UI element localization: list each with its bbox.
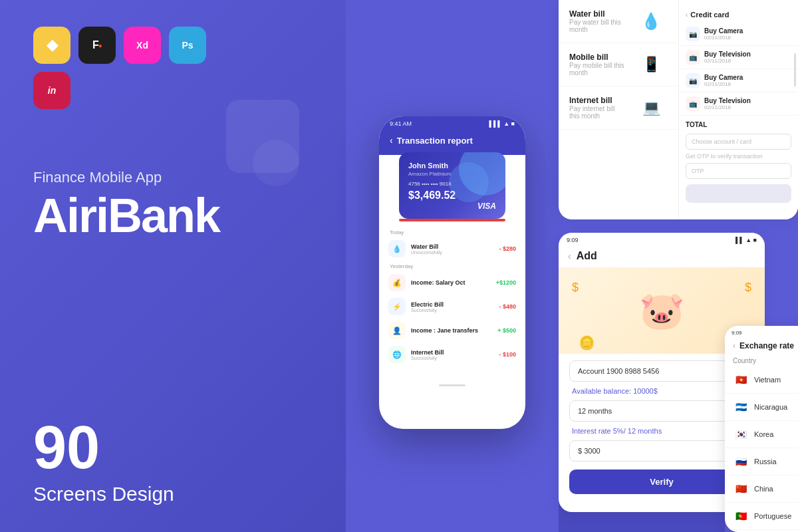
amount-value: $ 3000 <box>578 447 600 455</box>
water-bill-text: Water bill Pay water bill this month <box>569 9 626 33</box>
otp-note: Get OTP to verify transaction <box>679 150 798 163</box>
internet-bill-text: Internet bill Pay internet bill this mon… <box>569 96 626 120</box>
water-bill-info: Water Bill Unsuccessfully <box>411 243 493 255</box>
credit-item-2-info: Buy Television 02/11/2018 <box>704 51 751 64</box>
credit-items-panel: ‹ Credit card 📷 Buy Camera 02/11/2018 📺 … <box>678 0 798 219</box>
country-china[interactable]: 🇨🇳 China <box>725 475 798 503</box>
ps-icon[interactable]: Ps <box>169 27 206 64</box>
nicaragua-flag: 🇳🇮 <box>733 399 749 415</box>
credit-item-4: 📺 Buy Television 02/11/2018 <box>679 92 798 116</box>
total-label: TOTAL <box>679 116 798 134</box>
china-flag: 🇨🇳 <box>733 481 749 497</box>
piggy-bank-icon: 🐷 <box>639 289 685 332</box>
account-number: Account 1900 8988 5456 <box>578 367 659 375</box>
water-bill-item: Water bill Pay water bill this month 💧 <box>559 0 678 43</box>
exchange-back-arrow[interactable]: ‹ <box>733 341 735 350</box>
add-back-arrow[interactable]: ‹ <box>568 251 571 261</box>
mobile-bill-text: Mobile bill Pay mobile bill this month <box>569 53 626 76</box>
camera-icon-2: 📷 <box>686 73 700 88</box>
internet-info: Internet Bill Successfully <box>411 349 493 360</box>
country-russia[interactable]: 🇷🇺 Russia <box>725 448 798 475</box>
months-value: 12 months <box>578 407 612 415</box>
mobile-icon: 📱 <box>642 56 660 73</box>
invision-icon[interactable]: in <box>33 72 70 109</box>
visa-brand: VISA <box>477 201 496 211</box>
exchange-status-bar: 9:09 ▌▌ ▲ ■ <box>725 326 798 338</box>
brand-title: AiriBank <box>33 192 313 239</box>
credit-item-2: 📺 Buy Television 02/11/2018 <box>679 46 798 69</box>
add-panel-time: 9:09 <box>567 237 579 243</box>
tv-icon-2: 📺 <box>686 96 700 111</box>
back-arrow-icon[interactable]: ‹ <box>390 135 393 146</box>
country-vietnam[interactable]: 🇻🇳 Vietnam <box>725 366 798 394</box>
sketch-icon[interactable]: ◆ <box>33 27 70 64</box>
screens-count: 90 <box>33 418 313 477</box>
yesterday-label: Yesterday <box>379 261 525 271</box>
figma-icon[interactable]: F● <box>78 27 116 64</box>
coins-icon: 🪙 <box>579 334 595 350</box>
phone-mockup: 9:41 AM ▌▌▌ ▲ ■ ‹ Transaction report Joh… <box>379 116 525 429</box>
otp-input[interactable]: OTP <box>686 163 791 179</box>
water-icon: 💧 <box>641 12 661 31</box>
camera-icon-1: 📷 <box>686 27 700 41</box>
card-circle2-deco <box>449 162 489 202</box>
phone-time: 9:41 AM <box>390 120 412 127</box>
credit-card-panel: ‹ Credit card 📷 Buy Camera 02/11/2018 📺 … <box>559 0 798 219</box>
tv-icon-1: 📺 <box>686 50 700 65</box>
exchange-title: Exchange rate <box>739 341 794 350</box>
transaction-report-title: Transaction report <box>397 136 473 146</box>
jane-icon: 👤 <box>388 322 406 339</box>
internet-bill-icon: 💻 <box>642 99 660 116</box>
today-label: Today <box>379 227 525 237</box>
mobile-bill-icon-wrap: 📱 <box>634 51 668 78</box>
vietnam-flag: 🇻🇳 <box>733 372 749 388</box>
add-panel-title: Add <box>577 250 597 262</box>
credit-panel-title: Credit card <box>690 11 729 19</box>
credit-item-3: 📷 Buy Camera 02/11/2018 <box>679 69 798 92</box>
exchange-rate-panel: 9:09 ▌▌ ▲ ■ ‹ Exchange rate Country 🇻🇳 V… <box>725 326 798 532</box>
left-panel: ◆ F● Xd Ps in Finance Mobile App AiriBan… <box>0 0 346 532</box>
credit-item-3-info: Buy Camera 02/11/2018 <box>704 74 743 87</box>
center-panel: 9:41 AM ▌▌▌ ▲ ■ ‹ Transaction report Joh… <box>346 0 559 532</box>
money-sign-right: $ <box>745 281 751 295</box>
korea-flag: 🇰🇷 <box>733 426 749 442</box>
add-panel-header: ‹ Add <box>559 246 765 267</box>
credit-card: John Smith Amazon Platinium 4756 •••• ••… <box>399 152 505 219</box>
mobile-bill-item: Mobile bill Pay mobile bill this month 📱 <box>559 43 678 86</box>
electric-icon: ⚡ <box>388 298 406 315</box>
tx-internet: 🌐 Internet Bill Successfully - $100 <box>379 342 525 366</box>
bills-list: Water bill Pay water bill this month 💧 M… <box>559 0 678 130</box>
account-select[interactable]: Choose account / card <box>686 134 791 150</box>
submit-btn-placeholder[interactable] <box>686 184 791 203</box>
transactions-list: Today 💧 Water Bill Unsuccessfully - $280… <box>379 221 525 372</box>
deco-shape-2 <box>253 140 299 186</box>
add-panel-status-bar: 9:09 ▌▌ ▲ ■ <box>559 233 765 246</box>
xd-icon[interactable]: Xd <box>124 27 161 64</box>
credit-item-4-info: Buy Television 02/11/2018 <box>704 97 751 110</box>
salary-icon: 💰 <box>388 274 406 291</box>
jane-info: Income : Jane transfers <box>411 327 492 334</box>
credit-back-icon[interactable]: ‹ <box>686 11 688 19</box>
internet-icon: 🌐 <box>388 346 406 363</box>
phone-signal: ▌▌▌ ▲ ■ <box>489 120 515 127</box>
water-bill-icon: 💧 <box>388 240 406 257</box>
portuguese-flag: 🇵🇹 <box>733 508 749 524</box>
exchange-time: 9:09 <box>732 330 742 336</box>
money-sign-left: $ <box>572 281 579 295</box>
russia-flag: 🇷🇺 <box>733 454 749 469</box>
internet-bill-item: Internet bill Pay internet bill this mon… <box>559 86 678 130</box>
electric-info: Electric Bill Successfully <box>411 301 493 313</box>
water-bill-icon-wrap: 💧 <box>634 8 668 35</box>
tx-water-bill: 💧 Water Bill Unsuccessfully - $280 <box>379 237 525 261</box>
country-korea[interactable]: 🇰🇷 Korea <box>725 421 798 448</box>
country-section-label: Country <box>725 354 798 366</box>
tx-electric: ⚡ Electric Bill Successfully - $480 <box>379 295 525 319</box>
country-portuguese[interactable]: 🇵🇹 Portuguese <box>725 503 798 530</box>
salary-info: Income: Salary Oct <box>411 279 491 286</box>
phone-status-bar: 9:41 AM ▌▌▌ ▲ ■ <box>379 116 525 130</box>
tx-jane: 👤 Income : Jane transfers + $500 <box>379 319 525 342</box>
tool-icons-group: ◆ F● Xd Ps in <box>33 27 206 109</box>
scroll-bar <box>794 53 796 86</box>
country-nicaragua[interactable]: 🇳🇮 Nicaragua <box>725 394 798 421</box>
screens-label: Screens Design <box>33 483 313 505</box>
